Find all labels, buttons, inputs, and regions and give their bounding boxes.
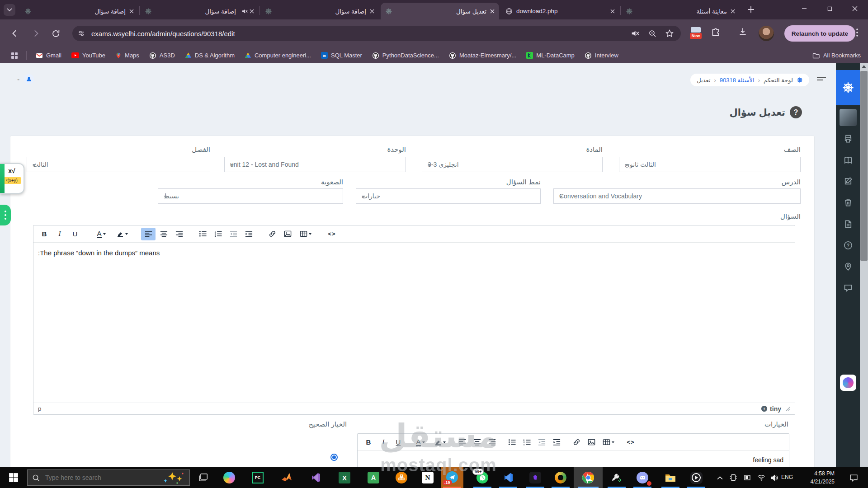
bookmark-ds-algorithm[interactable]: DS & Algorithm bbox=[185, 52, 235, 59]
insert-image-button[interactable] bbox=[280, 228, 295, 240]
omnibox[interactable] bbox=[72, 26, 681, 41]
table-button[interactable] bbox=[296, 228, 316, 240]
media-player-icon[interactable] bbox=[689, 470, 703, 485]
numbered-list-button[interactable] bbox=[211, 228, 225, 240]
sidebar-toggle-hamburger[interactable] bbox=[816, 76, 826, 83]
highlight-color-button[interactable] bbox=[430, 436, 449, 449]
question-editor-content[interactable]: :The phrase “down in the dumps” means bbox=[33, 243, 795, 263]
tab-add-question-2[interactable]: إضافة سؤال bbox=[140, 3, 259, 19]
mini-profile-avatar[interactable] bbox=[24, 74, 34, 84]
tray-device-icon[interactable] bbox=[726, 470, 741, 485]
class-select[interactable]: الثالث ثانوي bbox=[619, 157, 801, 172]
bookmark-ml-datacamp[interactable]: ML-DataCamp bbox=[526, 52, 575, 59]
window-maximize-button[interactable] bbox=[819, 0, 840, 17]
all-bookmarks-button[interactable]: All Bookmarks bbox=[812, 52, 861, 59]
resize-grip-icon[interactable] bbox=[786, 407, 790, 411]
math-editor-widget[interactable]: √x (x+y)² bbox=[0, 163, 24, 194]
tab-close-icon[interactable] bbox=[610, 9, 615, 14]
lesson-select[interactable]: Conversation and Vocabulary bbox=[553, 188, 801, 204]
apps-grid-icon[interactable] bbox=[11, 52, 18, 59]
unit-select[interactable]: unit 12 - Lost and Found bbox=[224, 157, 406, 172]
c-ring-app-icon[interactable] bbox=[553, 470, 568, 485]
sidebar-profile-thumbnail[interactable] bbox=[836, 109, 860, 126]
align-right-button[interactable] bbox=[172, 228, 186, 240]
tab-close-icon[interactable] bbox=[490, 9, 495, 14]
drawio-icon[interactable] bbox=[394, 470, 409, 485]
notion-icon[interactable]: N bbox=[420, 470, 435, 485]
difficulty-select[interactable]: بسيط bbox=[158, 188, 343, 204]
breadcrumb-home[interactable]: لوحة التحكم bbox=[764, 77, 793, 84]
element-path[interactable]: p bbox=[38, 405, 41, 412]
file-explorer-icon[interactable] bbox=[663, 470, 678, 485]
question-type-select[interactable]: خيارات bbox=[356, 188, 541, 204]
align-left-button[interactable] bbox=[455, 436, 469, 449]
profile-avatar[interactable] bbox=[759, 26, 774, 41]
bookmark-as3d[interactable]: AS3D bbox=[149, 52, 175, 59]
search-input[interactable] bbox=[44, 474, 157, 482]
tab-close-icon[interactable] bbox=[250, 9, 254, 14]
zoom-icon[interactable] bbox=[648, 29, 656, 38]
tray-clock[interactable]: 4:58 PM 4/21/2025 bbox=[800, 469, 835, 486]
bold-button[interactable]: B bbox=[361, 436, 376, 449]
bookmark-maps[interactable]: Maps bbox=[115, 52, 139, 59]
insert-image-button[interactable] bbox=[584, 436, 599, 449]
tab-mute-icon[interactable] bbox=[631, 29, 639, 38]
vscode-icon[interactable] bbox=[501, 470, 515, 485]
sidebar-item-location[interactable] bbox=[836, 262, 860, 271]
volume-icon[interactable] bbox=[767, 470, 781, 485]
tray-chevron-up-icon[interactable] bbox=[712, 470, 727, 485]
bookmark-star-icon[interactable] bbox=[665, 29, 674, 38]
visual-studio-icon[interactable] bbox=[308, 470, 323, 485]
bookmark-youtube[interactable]: YouTube bbox=[71, 52, 105, 59]
whatsapp-icon[interactable]: 99+ bbox=[475, 470, 490, 485]
tab-search-button[interactable] bbox=[4, 4, 15, 16]
relaunch-button[interactable]: Relaunch to update bbox=[784, 25, 855, 42]
link-button[interactable] bbox=[569, 436, 584, 449]
align-left-button[interactable] bbox=[141, 228, 156, 240]
sidebar-item-document[interactable] bbox=[836, 220, 860, 229]
start-button[interactable] bbox=[6, 470, 21, 485]
numbered-list-button[interactable] bbox=[519, 436, 534, 449]
page-scrollbar[interactable] bbox=[860, 63, 868, 467]
table-button[interactable] bbox=[599, 436, 618, 449]
translate-icon[interactable]: A bbox=[366, 470, 381, 485]
bookmark-python-datascience[interactable]: PythonDataScience... bbox=[372, 52, 439, 59]
option-editor-content[interactable]: feeling sad bbox=[358, 451, 789, 467]
italic-button[interactable]: I bbox=[52, 228, 67, 240]
bookmark-gmail[interactable]: Gmail bbox=[36, 52, 61, 59]
copilot-icon[interactable] bbox=[222, 470, 236, 485]
text-color-button[interactable]: A bbox=[411, 436, 430, 449]
correct-option-radio[interactable] bbox=[330, 454, 338, 461]
matlab-icon[interactable] bbox=[279, 470, 294, 485]
align-center-button[interactable] bbox=[470, 436, 484, 449]
text-color-button[interactable]: A bbox=[91, 228, 111, 240]
underline-button[interactable]: U bbox=[68, 228, 82, 240]
tinymce-brand[interactable]: t tiny bbox=[761, 405, 781, 413]
link-button[interactable] bbox=[265, 228, 279, 240]
collapsed-widget-tab[interactable] bbox=[0, 205, 11, 225]
bullet-list-button[interactable] bbox=[195, 228, 210, 240]
tab-edit-question-active[interactable]: تعديل سؤال bbox=[381, 3, 499, 19]
indent-button[interactable] bbox=[549, 436, 564, 449]
bullet-list-button[interactable] bbox=[505, 436, 519, 449]
reload-button[interactable] bbox=[48, 26, 63, 41]
italic-button[interactable]: I bbox=[376, 436, 391, 449]
sidebar-item-trash[interactable] bbox=[836, 198, 860, 207]
scrollbar-thumb[interactable] bbox=[860, 71, 868, 261]
scrollbar-up-arrow[interactable] bbox=[862, 65, 866, 68]
extension-new-icon[interactable]: New bbox=[689, 27, 703, 40]
source-code-button[interactable]: <> bbox=[325, 228, 339, 240]
new-tab-button[interactable] bbox=[746, 5, 756, 14]
obsidian-icon[interactable] bbox=[528, 470, 542, 485]
help-circle-icon[interactable]: ? bbox=[790, 106, 802, 118]
excel-icon[interactable]: X bbox=[337, 470, 352, 485]
sidebar-item-edit[interactable] bbox=[836, 177, 860, 186]
tab-close-icon[interactable] bbox=[129, 9, 134, 14]
sidebar-item-dashboard-active[interactable] bbox=[836, 70, 860, 105]
tab-close-icon[interactable] bbox=[370, 9, 374, 14]
extensions-icon[interactable] bbox=[711, 27, 721, 37]
bookmark-sql-master[interactable]: in SQL Master bbox=[321, 52, 362, 59]
sidebar-item-print[interactable] bbox=[836, 134, 860, 143]
discord-icon[interactable] bbox=[635, 470, 650, 485]
tab-preview-questions[interactable]: معاينة أسئلة bbox=[621, 3, 740, 19]
